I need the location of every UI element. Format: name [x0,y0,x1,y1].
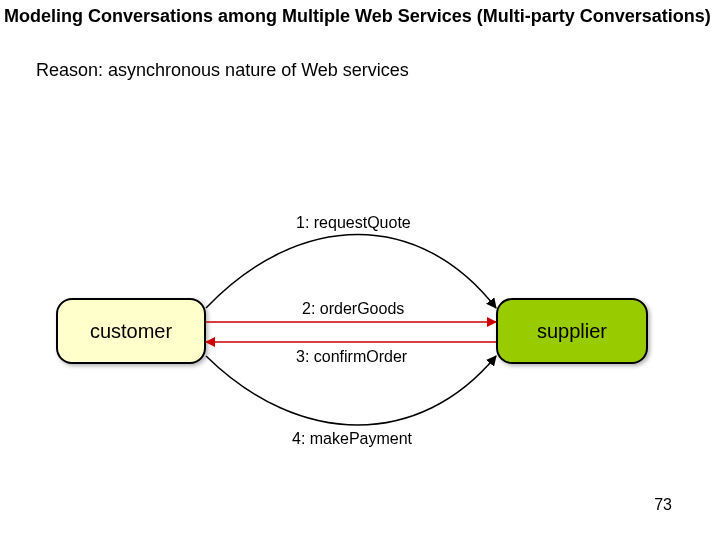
node-supplier: supplier [496,298,648,364]
node-customer: customer [56,298,206,364]
connectors [0,0,720,540]
node-supplier-label: supplier [537,320,607,343]
msg-1-label: 1: requestQuote [296,214,411,232]
node-customer-label: customer [90,320,172,343]
reason-text: Reason: asynchronous nature of Web servi… [36,60,409,81]
page-title: Modeling Conversations among Multiple We… [4,6,711,27]
msg-4-label: 4: makePayment [292,430,412,448]
page-number: 73 [654,496,672,514]
msg-3-label: 3: confirmOrder [296,348,407,366]
msg-2-label: 2: orderGoods [302,300,404,318]
